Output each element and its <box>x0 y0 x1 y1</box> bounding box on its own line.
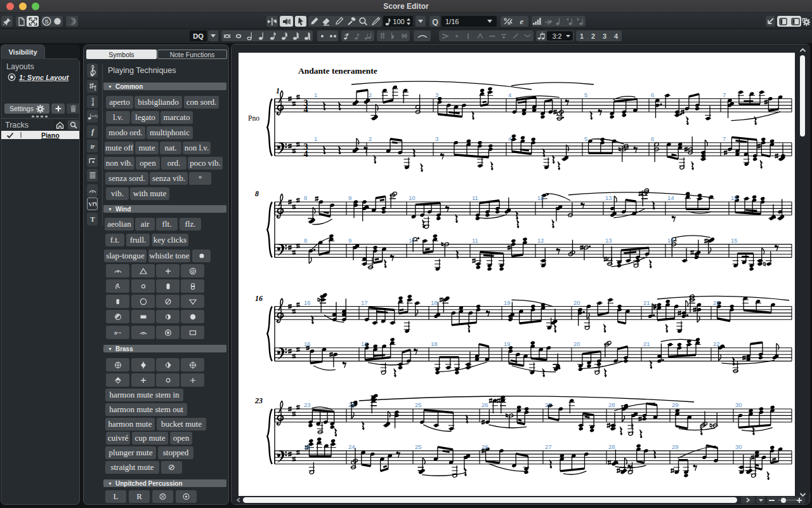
svg-text:24: 24 <box>348 401 355 408</box>
svg-text:14: 14 <box>667 194 674 201</box>
svg-text:26: 26 <box>481 401 488 408</box>
svg-text:26: 26 <box>481 443 488 450</box>
svg-text:3: 3 <box>435 91 438 98</box>
svg-text:14: 14 <box>667 237 674 244</box>
svg-text:tr: tr <box>90 143 95 150</box>
svg-text:23: 23 <box>254 396 263 405</box>
svg-text:28: 28 <box>608 401 615 408</box>
svg-text:8: 8 <box>304 194 307 201</box>
svg-text:S: S <box>44 18 48 25</box>
svg-text:27: 27 <box>545 443 552 450</box>
svg-text:7: 7 <box>723 91 726 98</box>
svg-text:16: 16 <box>304 340 311 347</box>
svg-text:23: 23 <box>304 443 311 450</box>
svg-text:25: 25 <box>415 401 422 408</box>
svg-text:V: V <box>88 201 93 208</box>
svg-text:24: 24 <box>348 443 355 450</box>
svg-text:1: 1 <box>314 135 317 142</box>
svg-text:16: 16 <box>304 299 311 306</box>
svg-text:12: 12 <box>537 194 544 201</box>
svg-text:tr: tr <box>114 330 118 336</box>
svg-text:6: 6 <box>651 135 654 142</box>
svg-text:23: 23 <box>304 401 311 408</box>
svg-text:9: 9 <box>348 194 351 201</box>
svg-text:29: 29 <box>672 401 679 408</box>
svg-text:7: 7 <box>723 135 726 142</box>
svg-text:22: 22 <box>713 299 720 306</box>
svg-text:16: 16 <box>255 294 263 303</box>
svg-text:20: 20 <box>573 340 580 347</box>
svg-text:19: 19 <box>504 340 511 347</box>
svg-text:25: 25 <box>415 443 422 450</box>
svg-text:19: 19 <box>504 299 511 306</box>
svg-text:22: 22 <box>713 340 720 347</box>
svg-text:9: 9 <box>348 237 351 244</box>
svg-text:21: 21 <box>643 340 650 347</box>
svg-text:3: 3 <box>541 32 543 34</box>
svg-text:8: 8 <box>255 189 259 198</box>
svg-text:f: f <box>91 128 95 136</box>
svg-text:4: 4 <box>508 135 511 142</box>
svg-text:15: 15 <box>731 194 738 201</box>
svg-text:=72: =72 <box>92 114 98 118</box>
svg-text:3: 3 <box>435 135 438 142</box>
svg-text:28: 28 <box>608 443 615 450</box>
svg-text:10: 10 <box>409 194 416 201</box>
svg-text:12: 12 <box>537 237 544 244</box>
svg-text:20: 20 <box>573 299 580 306</box>
svg-text:13: 13 <box>605 194 612 201</box>
svg-text:13: 13 <box>605 237 612 244</box>
svg-text:4: 4 <box>91 102 94 107</box>
svg-text:5: 5 <box>584 91 587 98</box>
svg-text:11: 11 <box>472 194 478 201</box>
svg-text:11: 11 <box>472 237 478 244</box>
svg-text:Q: Q <box>432 17 438 26</box>
svg-text:29: 29 <box>672 443 679 450</box>
svg-text:6: 6 <box>651 91 654 98</box>
svg-text:e: e <box>520 17 523 25</box>
svg-text:1: 1 <box>276 86 280 95</box>
svg-text:30: 30 <box>735 401 742 408</box>
svg-text:4: 4 <box>304 149 308 159</box>
svg-text:10: 10 <box>409 237 416 244</box>
svg-text:1: 1 <box>314 91 317 98</box>
svg-text:4: 4 <box>304 105 308 114</box>
svg-text:17: 17 <box>361 299 368 306</box>
svg-text:T: T <box>90 215 95 223</box>
svg-text:2: 2 <box>369 135 372 142</box>
svg-text:27: 27 <box>545 401 552 408</box>
svg-text:5: 5 <box>584 135 587 142</box>
svg-text:30: 30 <box>735 443 742 450</box>
svg-text:2: 2 <box>369 91 372 98</box>
svg-text:8: 8 <box>304 237 307 244</box>
svg-text:18: 18 <box>431 299 438 306</box>
svg-text:18: 18 <box>431 340 438 347</box>
svg-text:15: 15 <box>731 237 738 244</box>
svg-text:21: 21 <box>643 299 650 306</box>
svg-text:4: 4 <box>508 91 511 98</box>
svg-text:17: 17 <box>361 340 368 347</box>
